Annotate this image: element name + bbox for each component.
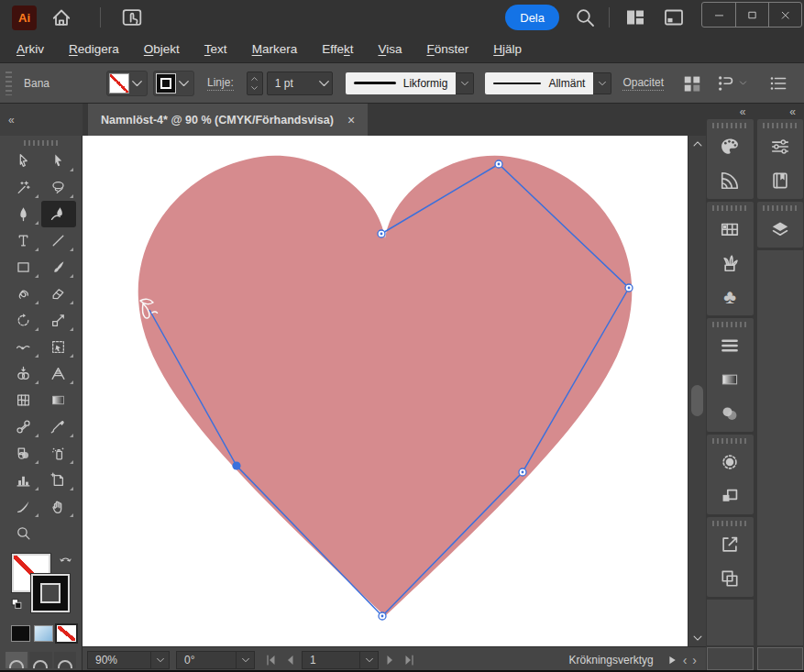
left-dock-collapse[interactable]: «	[0, 104, 83, 136]
scroll-right-icon[interactable]: ›	[692, 653, 697, 667]
anchor-point[interactable]	[625, 284, 633, 292]
document-tab[interactable]: Namnlöst-4* @ 90 % (CMYK/Förhandsvisa) ×	[88, 104, 368, 136]
panel-grip[interactable]	[712, 322, 747, 327]
swap-fill-stroke-icon[interactable]	[59, 554, 72, 567]
none-button[interactable]	[57, 625, 76, 642]
symbol-spray-tool[interactable]	[41, 440, 76, 467]
transparency-panel-icon[interactable]	[707, 396, 754, 430]
menu-effekt[interactable]: Effekt	[322, 42, 353, 56]
stroke-lines-panel-icon[interactable]	[707, 328, 754, 362]
type-tool[interactable]	[6, 227, 41, 254]
scale-tool[interactable]	[41, 307, 76, 334]
brush-definition-dropdown[interactable]: Allmänt	[485, 72, 611, 94]
last-artboard-icon[interactable]	[401, 653, 418, 667]
hand-tool[interactable]	[41, 493, 76, 520]
dock-collapse-icon[interactable]: «	[756, 104, 804, 119]
stroke-color-dropdown[interactable]	[153, 71, 194, 96]
menu-markera[interactable]: Markera	[252, 42, 298, 56]
anchor-point-selected[interactable]	[232, 461, 240, 469]
palette-panel-icon[interactable]	[707, 129, 754, 163]
direct-selection-tool[interactable]	[41, 148, 76, 174]
rectangle-tool[interactable]	[6, 254, 41, 281]
slice-tool[interactable]	[6, 493, 41, 520]
play-icon[interactable]	[666, 655, 677, 666]
next-artboard-icon[interactable]	[381, 653, 399, 667]
scrollbar-track[interactable]	[688, 152, 706, 630]
align-options-icon[interactable]	[682, 73, 702, 94]
anchor-point[interactable]	[378, 230, 385, 237]
symbols-clover-panel-icon[interactable]: ♣	[707, 280, 754, 314]
draw-behind-button[interactable]	[29, 652, 51, 668]
panel-grip[interactable]	[712, 438, 747, 444]
scroll-left-icon[interactable]: ‹	[683, 653, 688, 667]
panel-grip[interactable]	[6, 72, 12, 95]
fill-color-dropdown[interactable]	[106, 71, 148, 96]
swatches-panel-icon[interactable]	[707, 212, 754, 246]
panel-grip[interactable]	[712, 205, 747, 211]
mesh-tool[interactable]	[6, 387, 41, 413]
menu-redigera[interactable]: Redigera	[69, 42, 119, 56]
stroke-profile-dropdown[interactable]: Likformig	[346, 72, 475, 94]
artboards-panel-panel-icon[interactable]	[707, 561, 754, 595]
close-button[interactable]	[768, 3, 801, 27]
draw-normal-button[interactable]	[6, 652, 28, 668]
tab-close-icon[interactable]: ×	[347, 113, 355, 127]
menu-hjlp[interactable]: Hjälp	[493, 42, 522, 56]
panel-grip[interactable]	[712, 521, 747, 526]
gradient-button[interactable]	[34, 625, 53, 642]
free-transform-tool[interactable]	[41, 334, 76, 360]
menu-objekt[interactable]: Objekt	[144, 42, 180, 56]
eraser-tool[interactable]	[41, 281, 76, 307]
live-paint-tool[interactable]	[6, 440, 41, 467]
anchor-point[interactable]	[519, 468, 526, 476]
libraries-panel-icon[interactable]	[757, 163, 804, 197]
zoom-level-dropdown[interactable]: 90%	[87, 651, 170, 669]
first-artboard-icon[interactable]	[262, 653, 280, 667]
scrollbar-thumb[interactable]	[691, 385, 703, 416]
draw-inside-button[interactable]	[54, 652, 76, 668]
workspace-switcher-icon[interactable]	[663, 6, 685, 28]
quick-actions-dropdown[interactable]	[709, 73, 748, 94]
share-button[interactable]: Dela	[505, 5, 559, 30]
default-fill-stroke-icon[interactable]	[10, 598, 24, 611]
arrange-documents-icon[interactable]	[624, 6, 646, 28]
graphic-styles-panel-icon[interactable]	[707, 479, 754, 512]
shape-builder-tool[interactable]	[6, 360, 41, 387]
stroke-weight-stepper[interactable]	[247, 72, 263, 95]
gradient-panel-panel-icon[interactable]	[707, 362, 754, 396]
rotate-tool[interactable]	[6, 307, 41, 334]
export-panel-icon[interactable]	[707, 527, 754, 561]
minimize-button[interactable]	[702, 3, 735, 27]
touch-workspace-icon[interactable]	[121, 6, 143, 28]
properties-panel-icon[interactable]	[757, 129, 804, 163]
home-icon[interactable]	[50, 6, 72, 28]
line-segment-tool[interactable]	[41, 227, 76, 254]
artboard-dropdown[interactable]: 1	[302, 651, 379, 669]
pen-tool[interactable]	[6, 201, 41, 227]
search-icon[interactable]	[574, 6, 596, 28]
gradient-sq-tool[interactable]	[41, 387, 76, 413]
menu-fnster[interactable]: Fönster	[426, 42, 468, 56]
artboard-tool-tool[interactable]	[41, 467, 76, 493]
zoom-tool[interactable]	[6, 520, 41, 546]
stroke-weight-value[interactable]: 1 pt	[267, 72, 333, 95]
opacity-label[interactable]: Opacitet	[622, 76, 664, 91]
scroll-down-icon[interactable]	[691, 632, 704, 644]
panel-grip[interactable]	[24, 140, 59, 146]
menu-arkiv[interactable]: Arkiv	[17, 42, 44, 56]
artboard-canvas[interactable]	[83, 136, 688, 646]
panel-grip[interactable]	[763, 123, 798, 128]
stroke-weight-label[interactable]: Linje:	[207, 76, 234, 91]
appearance-panel-icon[interactable]	[707, 445, 754, 479]
brushes-panel-icon[interactable]	[707, 246, 754, 280]
scroll-up-icon[interactable]	[691, 138, 704, 150]
menu-visa[interactable]: Visa	[378, 42, 402, 56]
perspective-grid-tool[interactable]	[41, 360, 76, 387]
width-tool[interactable]	[6, 334, 41, 360]
magic-wand-tool[interactable]	[6, 174, 41, 201]
stroke-indicator[interactable]	[31, 574, 70, 612]
maximize-button[interactable]	[735, 3, 768, 27]
anchor-point[interactable]	[379, 612, 386, 620]
vertical-scrollbar[interactable]	[688, 136, 706, 646]
blend-tool[interactable]	[6, 413, 41, 440]
